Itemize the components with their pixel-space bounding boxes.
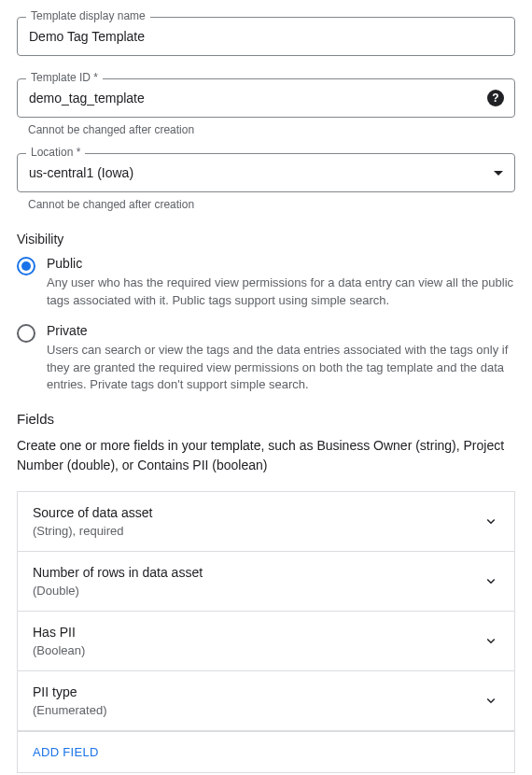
field-item-rows[interactable]: Number of rows in data asset (Double)	[18, 552, 514, 612]
field-item-sub: (Boolean)	[33, 643, 483, 657]
display-name-input[interactable]	[17, 17, 515, 56]
visibility-option-public[interactable]: Public Any user who has the required vie…	[17, 256, 515, 310]
chevron-down-icon	[483, 692, 499, 709]
location-label: Location *	[26, 146, 85, 159]
template-id-label: Template ID *	[26, 71, 103, 84]
fields-title: Fields	[17, 411, 515, 427]
field-item-title: PII type	[33, 684, 483, 699]
radio-dot-icon	[21, 261, 31, 271]
location-select[interactable]: us-central1 (Iowa)	[17, 153, 515, 192]
field-item-sub: (Double)	[33, 584, 483, 598]
field-item-title: Source of data asset	[33, 505, 483, 520]
visibility-public-text: Public Any user who has the required vie…	[47, 256, 515, 310]
field-item-title: Has PII	[33, 625, 483, 640]
field-item-piitype[interactable]: PII type (Enumerated)	[18, 671, 514, 731]
visibility-private-label: Private	[47, 323, 515, 338]
template-id-input[interactable]	[17, 78, 515, 118]
chevron-down-icon	[483, 572, 499, 589]
template-id-helper: Cannot be changed after creation	[28, 123, 515, 136]
visibility-private-text: Private Users can search or view the tag…	[47, 323, 515, 395]
fields-desc: Create one or more fields in your templa…	[17, 436, 515, 474]
add-field-button[interactable]: ADD FIELD	[18, 731, 514, 772]
fields-list: Source of data asset (String), required …	[17, 491, 515, 773]
field-item-sub: (String), required	[33, 524, 483, 538]
visibility-public-label: Public	[47, 256, 515, 271]
display-name-label: Template display name	[26, 9, 150, 22]
radio-button-private[interactable]	[17, 324, 35, 343]
visibility-option-private[interactable]: Private Users can search or view the tag…	[17, 323, 515, 395]
help-icon[interactable]: ?	[487, 90, 504, 106]
location-field: Location * us-central1 (Iowa)	[17, 153, 515, 192]
visibility-public-desc: Any user who has the required view permi…	[47, 275, 515, 310]
template-id-field: Template ID * ?	[17, 78, 515, 118]
field-item-title: Number of rows in data asset	[33, 565, 483, 580]
location-helper: Cannot be changed after creation	[28, 198, 515, 211]
field-item-sub: (Enumerated)	[33, 703, 483, 717]
chevron-down-icon	[483, 632, 499, 649]
visibility-private-desc: Users can search or view the tags and th…	[47, 342, 515, 395]
display-name-field: Template display name	[17, 17, 515, 56]
chevron-down-icon	[483, 513, 499, 529]
field-item-source[interactable]: Source of data asset (String), required	[18, 492, 514, 552]
radio-button-public[interactable]	[17, 257, 35, 275]
caret-down-icon	[494, 171, 503, 176]
visibility-title: Visibility	[17, 232, 515, 247]
location-value: us-central1 (Iowa)	[29, 165, 133, 180]
field-item-haspii[interactable]: Has PII (Boolean)	[18, 612, 514, 671]
